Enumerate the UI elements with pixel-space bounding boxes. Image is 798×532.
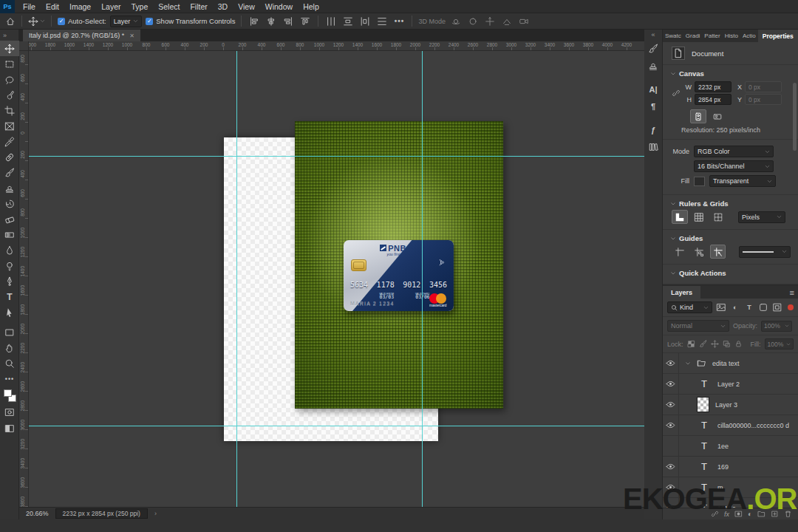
link-dimensions-icon[interactable] xyxy=(672,89,681,98)
credit-card-layer[interactable]: PNB you first 5634117890123456 VALID FRO… xyxy=(344,240,454,311)
filter-adjustment-layers-icon[interactable]: ◐ xyxy=(729,302,741,313)
portrait-orientation-button[interactable] xyxy=(690,109,706,123)
layers-menu-icon[interactable]: ≡ xyxy=(786,288,798,297)
text-layer-thumbnail[interactable]: T xyxy=(697,461,712,472)
quick-actions-header[interactable]: Quick Actions xyxy=(670,269,791,277)
clone-stamp-tool[interactable] xyxy=(0,180,19,196)
vertical-ruler[interactable]: 8006004002000200400600800100012001400160… xyxy=(19,41,29,507)
layer-filter-kind-dropdown[interactable]: Kind xyxy=(667,301,712,313)
blend-mode-dropdown[interactable]: Normal xyxy=(667,320,729,332)
close-tab-icon[interactable]: ✕ xyxy=(129,33,134,39)
horizontal-guide[interactable] xyxy=(29,156,644,157)
color-mode-dropdown[interactable]: RGB Color xyxy=(694,146,774,157)
document-tab[interactable]: Italy id.psd @ 20.7% (RGB/16) * ✕ xyxy=(23,30,140,41)
menu-item-help[interactable]: Help xyxy=(298,0,324,13)
character-panel-icon[interactable]: A| xyxy=(644,81,663,98)
menu-item-layer[interactable]: Layer xyxy=(96,0,126,13)
clone-source-icon[interactable] xyxy=(644,57,663,74)
crop-tool[interactable] xyxy=(0,103,19,118)
color-swatches[interactable] xyxy=(3,389,16,402)
menu-item-filter[interactable]: Filter xyxy=(185,0,212,13)
3d-roll-icon[interactable] xyxy=(466,15,480,28)
rulers-toggle-icon[interactable] xyxy=(672,210,688,224)
menu-item-edit[interactable]: Edit xyxy=(41,0,64,13)
marquee-tool[interactable] xyxy=(0,56,19,72)
distribute-top-icon[interactable] xyxy=(375,15,389,28)
show-transform-controls-checkbox[interactable]: ✓ Show Transform Controls xyxy=(146,17,235,25)
text-layer-thumbnail[interactable]: T xyxy=(697,420,712,431)
lasso-tool[interactable] xyxy=(0,72,19,87)
blur-tool[interactable] xyxy=(0,242,19,258)
frame-tool[interactable] xyxy=(0,118,19,134)
units-dropdown[interactable]: Pixels xyxy=(738,211,785,223)
layer-visibility-toggle[interactable] xyxy=(663,395,679,415)
screen-mode-icon[interactable] xyxy=(0,422,19,434)
libraries-panel-icon[interactable] xyxy=(644,138,663,155)
align-left-edges-icon[interactable] xyxy=(248,15,261,28)
tab-actio[interactable]: Actio xyxy=(740,30,758,42)
bit-depth-dropdown[interactable]: 16 Bits/Channel xyxy=(694,160,774,172)
3d-orbit-icon[interactable] xyxy=(449,15,463,28)
zoom-tool[interactable] xyxy=(0,355,19,371)
layer-visibility-toggle[interactable] xyxy=(663,353,679,373)
align-top-edges-icon[interactable] xyxy=(299,15,312,28)
3d-slide-icon[interactable] xyxy=(500,15,514,28)
toolbar-collapse-icon[interactable]: » xyxy=(0,30,18,41)
align-right-edges-icon[interactable] xyxy=(282,15,295,28)
history-brush-tool[interactable] xyxy=(0,196,19,211)
layer-visibility-toggle[interactable] xyxy=(663,415,679,435)
fill-dropdown[interactable]: Transparent xyxy=(709,175,776,187)
brush-settings-icon[interactable] xyxy=(644,40,663,57)
tab-gradi[interactable]: Gradi xyxy=(683,30,703,42)
distribute-horizontal-icon[interactable] xyxy=(358,15,372,28)
lock-pixels-icon[interactable] xyxy=(699,340,707,348)
photoshop-logo[interactable]: Ps xyxy=(0,0,15,13)
canvas-section-header[interactable]: Canvas xyxy=(670,69,791,78)
canvas-guides-icon[interactable] xyxy=(710,245,726,259)
align-horizontal-centers-icon[interactable] xyxy=(265,15,278,28)
menu-item-type[interactable]: Type xyxy=(126,0,153,13)
eyedropper-tool[interactable] xyxy=(0,134,19,149)
healing-brush-tool[interactable] xyxy=(0,149,19,165)
height-field[interactable]: 2854 px xyxy=(695,94,732,105)
guide-style-dropdown[interactable] xyxy=(739,246,791,258)
filter-type-layers-icon[interactable]: T xyxy=(743,302,755,313)
dodge-tool[interactable] xyxy=(0,258,19,273)
smart-guides-toggle-icon[interactable] xyxy=(691,245,707,259)
auto-select-checkbox[interactable]: ✓ Auto-Select: xyxy=(58,17,106,25)
more-options-icon[interactable]: ••• xyxy=(392,15,406,28)
layer-row[interactable]: Tcilla000000...ccccccc0 d xyxy=(663,415,798,436)
distribute-vertical-icon[interactable] xyxy=(341,15,355,28)
fill-swatch[interactable] xyxy=(694,177,705,186)
distribute-left-icon[interactable] xyxy=(324,15,338,28)
document-type-button[interactable]: Document xyxy=(663,42,798,65)
type-tool[interactable]: T xyxy=(0,289,19,304)
guides-toggle-icon[interactable] xyxy=(672,245,688,259)
move-tool[interactable] xyxy=(0,41,19,56)
tab-histo[interactable]: Histo xyxy=(723,30,740,42)
foreground-color-swatch[interactable] xyxy=(4,389,12,397)
guides-header[interactable]: Guides xyxy=(670,234,791,242)
filter-toggle[interactable] xyxy=(788,304,794,310)
layer-visibility-toggle[interactable] xyxy=(663,436,679,456)
filter-shape-layers-icon[interactable] xyxy=(757,302,769,313)
horizontal-ruler[interactable]: 2000180016001400120010008006004002000200… xyxy=(19,41,644,51)
3d-camera-icon[interactable] xyxy=(517,15,531,28)
menu-item-window[interactable]: Window xyxy=(260,0,298,13)
filter-smart-objects-icon[interactable] xyxy=(771,302,783,313)
lock-transparent-icon[interactable] xyxy=(687,340,695,348)
zoom-level[interactable]: 20.66% xyxy=(26,510,49,517)
menu-item-select[interactable]: Select xyxy=(153,0,185,13)
layer-thumbnail[interactable] xyxy=(697,397,709,412)
path-select-tool[interactable] xyxy=(0,304,19,320)
expand-panels-icon[interactable]: « xyxy=(644,30,662,40)
vertical-guide[interactable] xyxy=(236,51,237,507)
eraser-tool[interactable] xyxy=(0,211,19,227)
menu-item-3d[interactable]: 3D xyxy=(213,0,233,13)
layer-row[interactable]: T1ee xyxy=(663,436,798,457)
width-field[interactable]: 2232 px xyxy=(695,81,732,92)
auto-select-target-dropdown[interactable]: Layer xyxy=(110,16,143,27)
expand-group-icon[interactable] xyxy=(685,361,691,366)
pixel-grid-toggle-icon[interactable] xyxy=(710,210,726,224)
status-options-icon[interactable]: › xyxy=(154,510,157,517)
